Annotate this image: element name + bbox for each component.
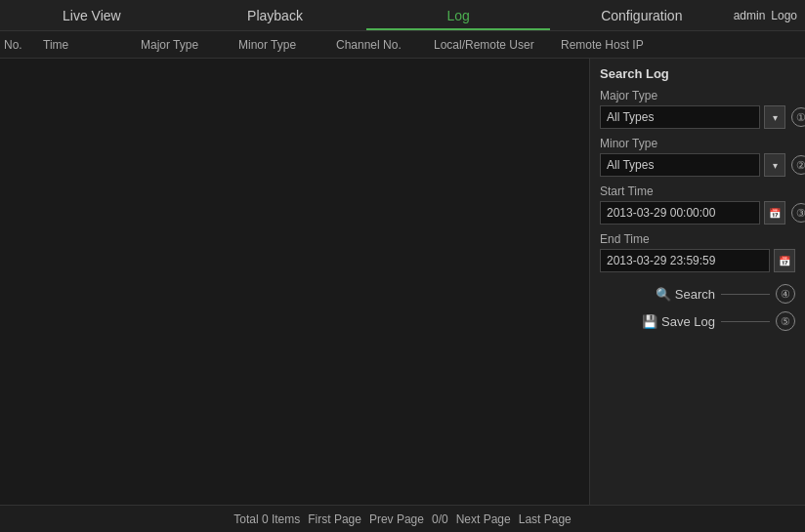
end-time-picker-btn[interactable]: 📅 — [774, 249, 795, 272]
major-type-annotation: ① — [791, 107, 805, 127]
minor-type-annotation: ② — [791, 155, 805, 175]
search-label: Search — [675, 287, 715, 302]
top-navigation: Live View Playback Log Configuration adm… — [0, 0, 805, 31]
save-line — [721, 321, 770, 322]
logout-label[interactable]: Logo — [771, 9, 797, 22]
next-page-link[interactable]: Next Page — [456, 512, 511, 526]
nav-live-view[interactable]: Live View — [0, 0, 184, 30]
start-time-annotation: ③ — [791, 203, 805, 223]
col-minor-type: Minor Type — [238, 38, 336, 52]
end-time-label: End Time — [600, 232, 795, 246]
search-annotation: ④ — [776, 284, 795, 304]
end-time-row: 📅 — [600, 249, 795, 272]
nav-user-area: admin Logo — [734, 9, 805, 22]
col-no: No. — [4, 38, 43, 52]
minor-type-row: ▾ ② — [600, 153, 795, 177]
save-log-button[interactable]: 💾 Save Log — [642, 314, 715, 329]
minor-type-input[interactable] — [600, 153, 760, 177]
start-time-row: 📅 ③ — [600, 201, 795, 225]
log-table — [0, 59, 590, 505]
start-time-label: Start Time — [600, 184, 795, 198]
total-items: Total 0 Items — [233, 512, 300, 526]
col-time: Time — [43, 38, 141, 52]
major-type-row: ▾ ① — [600, 105, 795, 129]
save-icon: 💾 — [642, 314, 657, 329]
page-info: 0/0 — [432, 512, 448, 526]
col-local-remote-user: Local/Remote User — [434, 38, 561, 52]
main-area: Search Log Major Type ▾ ① Minor Type ▾ ②… — [0, 59, 805, 505]
save-log-area: 💾 Save Log ⑤ — [600, 311, 795, 331]
status-bar: Total 0 Items First Page Prev Page 0/0 N… — [0, 505, 805, 532]
major-type-label: Major Type — [600, 89, 795, 102]
search-line — [721, 294, 770, 295]
nav-configuration[interactable]: Configuration — [550, 0, 734, 30]
col-remote-host-ip: Remote Host IP — [561, 38, 658, 52]
first-page-link[interactable]: First Page — [308, 512, 361, 526]
col-channel-no: Channel No. — [336, 38, 434, 52]
search-button[interactable]: 🔍 Search — [656, 287, 715, 302]
nav-log[interactable]: Log — [366, 0, 550, 30]
user-label: admin — [734, 9, 766, 22]
minor-type-label: Minor Type — [600, 137, 795, 150]
right-panel: Search Log Major Type ▾ ① Minor Type ▾ ②… — [590, 59, 805, 505]
major-type-input[interactable] — [600, 105, 760, 129]
end-time-input[interactable] — [600, 249, 770, 272]
col-major-type: Major Type — [141, 38, 238, 52]
save-log-annotation: ⑤ — [776, 311, 795, 331]
prev-page-link[interactable]: Prev Page — [369, 512, 424, 526]
search-area: 🔍 Search ④ — [600, 284, 795, 304]
major-type-dropdown-btn[interactable]: ▾ — [764, 105, 785, 129]
save-log-label: Save Log — [661, 314, 715, 329]
start-time-input[interactable] — [600, 201, 760, 225]
start-time-picker-btn[interactable]: 📅 — [764, 201, 785, 225]
panel-title: Search Log — [600, 66, 795, 81]
search-icon: 🔍 — [656, 287, 671, 302]
minor-type-dropdown-btn[interactable]: ▾ — [764, 153, 785, 177]
nav-playback[interactable]: Playback — [184, 0, 367, 30]
column-headers: No. Time Major Type Minor Type Channel N… — [0, 31, 805, 59]
last-page-link[interactable]: Last Page — [519, 512, 572, 526]
